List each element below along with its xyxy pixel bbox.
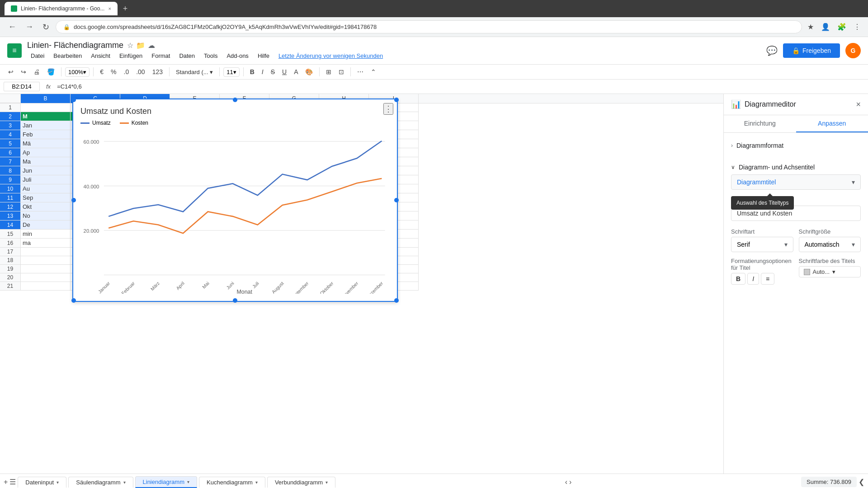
cell-b8[interactable]: Jun [21,166,71,175]
menu-daten[interactable]: Daten [175,51,198,61]
strikethrough-button[interactable]: S [268,66,278,77]
cell-b2[interactable]: M [21,112,71,121]
redo-button[interactable]: ↪ [18,66,29,77]
number-format-button[interactable]: 123 [150,66,165,77]
font-size-dropdown[interactable]: Automatisch ▾ [799,237,861,252]
diagrammformat-header[interactable]: › Diagrammformat [731,138,861,153]
cell-b17[interactable] [21,248,71,256]
font-size-selector[interactable]: 11 ▾ [223,67,239,77]
menu-datei[interactable]: Datei [27,51,48,61]
tab-anpassen[interactable]: Anpassen [796,115,868,132]
cloud-icon[interactable]: ☁ [148,41,155,50]
menu-einfuegen[interactable]: Einfügen [116,51,146,61]
menu-addons[interactable]: Add-ons [223,51,252,61]
comment-button[interactable]: 💬 [766,45,778,56]
print-button[interactable]: 🖨 [31,66,42,77]
browser-tab[interactable]: Linien- Flächendiagramme - Goo... × [5,2,118,15]
achsentitel-header[interactable]: ∨ Diagramm- und Achsentitel [731,160,861,174]
tab-dateninput-arrow[interactable]: ▾ [57,480,59,485]
menu-hilfe[interactable]: Hilfe [254,51,273,61]
percent-button[interactable]: % [108,66,119,77]
expand-panel-button[interactable]: ❮ [859,478,864,486]
extensions-button[interactable]: 🧩 [835,21,848,33]
menu-bearbeiten[interactable]: Bearbeiten [50,51,85,61]
text-color-button[interactable]: A [291,66,301,77]
cell-b5[interactable]: Mä [21,139,71,148]
zoom-selector[interactable]: 100% ▾ [65,67,90,77]
add-sheet-button[interactable]: + [4,478,8,486]
cell-b10[interactable]: Au [21,184,71,193]
cell-b12[interactable]: Okt [21,202,71,211]
bold-button[interactable]: B [247,66,257,77]
title-text[interactable]: Linien- Flächendiagramme [27,41,123,50]
back-button[interactable]: ← [5,20,19,33]
tab-verbunddiagramm[interactable]: Verbunddiagramm ▾ [267,477,335,488]
tab-saulendiagramm-arrow[interactable]: ▾ [123,480,126,485]
chart-menu-button[interactable]: ⋮ [383,103,393,115]
tab-prev-button[interactable]: ‹ [565,478,567,486]
cell-reference[interactable]: B2:D14 [4,82,40,91]
cell-b6[interactable]: Ap [21,148,71,157]
italic-format-button[interactable]: I [747,273,759,285]
menu-button[interactable]: ⋮ [852,21,863,33]
tab-einrichtung[interactable]: Einrichtung [724,115,796,132]
cell-b13[interactable]: No [21,211,71,221]
currency-button[interactable]: € [97,66,106,77]
user-avatar[interactable]: G [845,43,861,58]
cell-b7[interactable]: Ma [21,157,71,166]
star-icon[interactable]: ☆ [127,41,133,50]
forward-button[interactable]: → [23,20,36,33]
spreadsheet-area[interactable]: B C D E F G H I 1 2 [0,94,723,474]
tab-saulendiagramm[interactable]: Säulendiagramm ▾ [68,477,133,488]
menu-tools[interactable]: Tools [200,51,221,61]
cell-b21[interactable] [21,282,71,291]
cell-b11[interactable]: Sep [21,193,71,202]
reload-button[interactable]: ↻ [40,20,52,34]
cell-b9[interactable]: Juli [21,175,71,184]
highlight-button[interactable]: 🎨 [302,66,316,77]
decimal-less-button[interactable]: .00 [133,66,147,77]
decimal-more-button[interactable]: .0 [121,66,132,77]
underline-button[interactable]: U [279,66,289,77]
panel-close-button[interactable]: × [856,100,861,109]
share-button[interactable]: 🔒 Freigeben [783,43,840,58]
tab-liniendiagramm[interactable]: Liniendiagramm ▾ [135,476,198,488]
formula-input[interactable] [57,83,864,90]
format-selector[interactable]: Standard (... ▾ [173,67,216,77]
italic-button[interactable]: I [259,66,266,77]
cell-b20[interactable] [21,273,71,282]
tab-dateninput[interactable]: Dateninput ▾ [18,477,66,488]
cell-b3[interactable]: Jan [21,121,71,130]
more-button[interactable]: ⋯ [354,66,366,77]
align-format-button[interactable]: ≡ [761,273,774,285]
sheet-list-button[interactable]: ☰ [9,478,16,486]
cell-b14[interactable]: De [21,221,71,230]
bookmark-button[interactable]: ★ [806,21,816,33]
cell-b1[interactable] [21,103,71,112]
font-color-selector[interactable]: Auto... ▾ [799,266,861,277]
collapse-button[interactable]: ⌃ [368,66,379,77]
undo-button[interactable]: ↩ [5,66,16,77]
title-type-dropdown[interactable]: Diagrammtitel ▾ [731,174,861,190]
borders-button[interactable]: ⊞ [323,66,334,77]
tab-next-button[interactable]: › [569,478,571,486]
profile-button[interactable]: 👤 [819,21,832,33]
merge-button[interactable]: ⊡ [336,66,347,77]
cell-b18[interactable] [21,256,71,265]
bold-format-button[interactable]: B [731,273,745,285]
folder-icon[interactable]: 📁 [136,41,145,50]
tab-kuchendiagramm-arrow[interactable]: ▾ [255,480,258,485]
cell-b19[interactable] [21,265,71,273]
menu-format[interactable]: Format [148,51,174,61]
cell-b4[interactable]: Feb [21,130,71,139]
chart-container[interactable]: Umsatz und Kosten ⋮ Umsatz Kosten [72,99,398,302]
tab-verbunddiagramm-arrow[interactable]: ▾ [326,480,328,485]
cell-b15[interactable]: min [21,230,71,239]
cell-b16[interactable]: ma [21,239,71,248]
font-family-dropdown[interactable]: Serif ▾ [731,237,793,252]
col-header-b[interactable]: B [21,94,71,103]
tab-kuchendiagramm[interactable]: Kuchendiagramm ▾ [199,477,265,488]
menu-ansicht[interactable]: Ansicht [87,51,114,61]
url-bar[interactable]: 🔒 docs.google.com/spreadsheets/d/16sZAG8… [56,20,802,33]
close-tab-button[interactable]: × [108,6,111,11]
